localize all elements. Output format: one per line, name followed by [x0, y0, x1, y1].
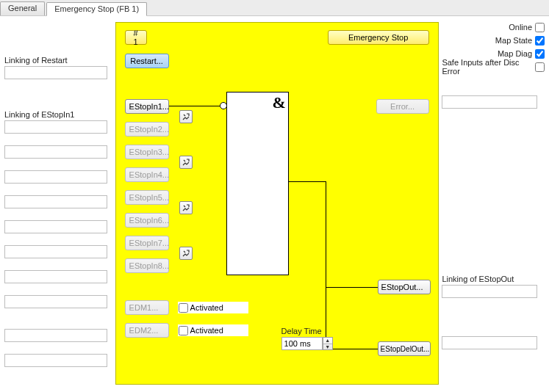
- linking-estopin1-input[interactable]: [4, 120, 107, 134]
- index-button[interactable]: # 1: [125, 30, 147, 45]
- online-label: Online: [509, 23, 532, 32]
- online-checkbox[interactable]: [535, 23, 545, 32]
- mapdiag-label: Map Diag: [498, 49, 532, 58]
- edm2-activated-checkbox[interactable]: [179, 326, 188, 335]
- fb-box: [226, 92, 289, 275]
- linking-edm1-input[interactable]: [4, 329, 107, 342]
- spin-down[interactable]: ▼: [323, 344, 332, 350]
- estopin6-button: EStopIn6...: [125, 213, 169, 228]
- wire-out-h1: [326, 287, 378, 288]
- wire-in1: [169, 106, 220, 106]
- delay-time-input[interactable]: [281, 337, 323, 350]
- error-button: Error...: [376, 99, 429, 114]
- left-column: Linking of Restart Linking of EStopIn1: [0, 16, 114, 392]
- linking-restart-label: Linking of Restart: [4, 56, 110, 65]
- edm2-activated-label: Activated: [190, 326, 223, 335]
- linking-estopout-label: Linking of EStopOut: [442, 275, 537, 283]
- estopin4-button: EStopIn4...: [125, 167, 169, 182]
- right-error-input[interactable]: [442, 95, 537, 109]
- edm1-activated-wrap: Activated: [178, 302, 248, 313]
- linking-estopin2-input[interactable]: [4, 145, 107, 159]
- estopout-button[interactable]: EStopOut...: [378, 280, 431, 294]
- center-panel: # 1 Emergency Stop Restart... EStopIn1..…: [115, 22, 438, 386]
- linking-estopin1-label: Linking of EStopIn1: [4, 110, 110, 119]
- tool-icon-4[interactable]: [179, 247, 193, 260]
- tab-emergency-stop[interactable]: Emergency Stop (FB 1): [46, 2, 147, 16]
- tab-strip: General Emergency Stop (FB 1): [0, 0, 549, 16]
- linking-estopout-input[interactable]: [442, 285, 537, 298]
- linking-estopin7-input[interactable]: [4, 270, 107, 283]
- edm2-activated-wrap: Activated: [178, 324, 248, 336]
- linking-edm2-input[interactable]: [4, 354, 107, 367]
- tool-icon-3[interactable]: [179, 201, 193, 214]
- edm1-activated-checkbox[interactable]: [179, 303, 188, 313]
- estopin8-button: EStopIn8...: [125, 258, 169, 273]
- estopin2-button: EStopIn2...: [125, 122, 169, 137]
- yellow-panel: # 1 Emergency Stop Restart... EStopIn1..…: [115, 22, 439, 385]
- right-column: Online Map State Map Diag Safe Inputs af…: [439, 16, 549, 392]
- edm2-button: EDM2...: [125, 323, 169, 338]
- linking-estopin5-input[interactable]: [4, 220, 107, 233]
- mapstate-checkbox[interactable]: [535, 36, 545, 46]
- tool-icon-2[interactable]: [179, 156, 193, 169]
- linking-estopin4-input[interactable]: [4, 195, 107, 208]
- edm1-activated-label: Activated: [190, 303, 223, 312]
- amp-symbol: &: [273, 93, 286, 112]
- wire-out-mid-h: [289, 181, 326, 182]
- safeinputs-checkbox[interactable]: [535, 62, 545, 72]
- linking-restart-input[interactable]: [4, 66, 107, 79]
- estopin7-button: EStopIn7...: [125, 236, 169, 250]
- linking-estopin8-input[interactable]: [4, 295, 107, 308]
- wire-out-v: [326, 181, 326, 287]
- edm1-button: EDM1...: [125, 300, 169, 315]
- tab-general[interactable]: General: [0, 1, 45, 15]
- safeinputs-label: Safe Inputs after Disc Error: [442, 58, 532, 76]
- linking-estopin3-input[interactable]: [4, 170, 107, 184]
- estopin1-button[interactable]: EStopIn1...: [125, 99, 169, 114]
- linking-estopdelout-input[interactable]: [442, 336, 537, 349]
- tool-icon-1[interactable]: [179, 110, 193, 123]
- mapdiag-checkbox[interactable]: [535, 49, 545, 59]
- estopin3-button: EStopIn3...: [125, 145, 169, 159]
- emergency-stop-button[interactable]: Emergency Stop: [328, 30, 429, 45]
- spin-up[interactable]: ▲: [323, 338, 332, 344]
- negation-node: [220, 102, 227, 109]
- restart-button[interactable]: Restart...: [125, 54, 169, 68]
- estopdelout-button[interactable]: EStopDelOut...: [378, 341, 431, 356]
- spin-buttons: ▲ ▼: [323, 337, 333, 350]
- estopin5-button: EStopIn5...: [125, 190, 169, 205]
- delay-time-spinner: ▲ ▼: [281, 337, 333, 350]
- wire-out-h2: [326, 349, 378, 349]
- linking-estopin6-input[interactable]: [4, 245, 107, 258]
- mapstate-label: Map State: [495, 36, 532, 45]
- delay-time-label: Delay Time: [281, 327, 322, 335]
